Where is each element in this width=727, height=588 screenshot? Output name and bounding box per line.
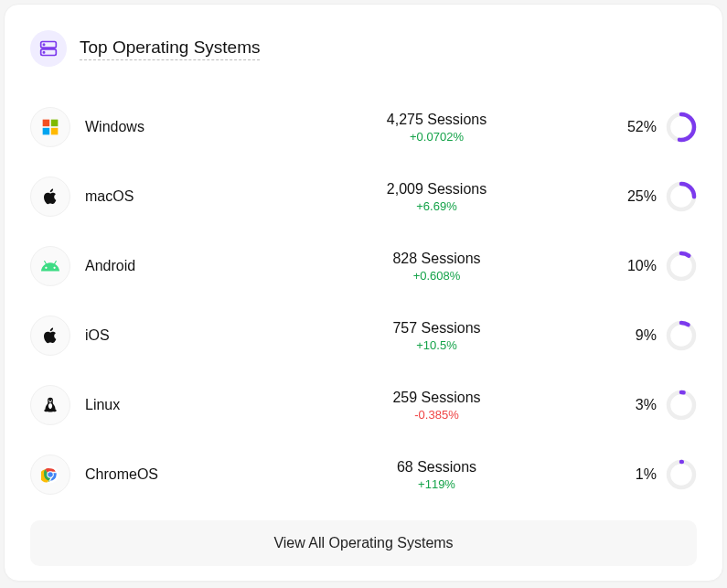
svg-rect-6 (43, 128, 50, 135)
donut-chart-icon (666, 390, 697, 421)
sessions-col: 4,275 Sessions+0.0702% (268, 112, 605, 144)
percent-value: 9% (620, 327, 657, 344)
os-row: Windows4,275 Sessions+0.0702%52% (30, 92, 697, 162)
os-name: Windows (85, 119, 268, 135)
android-icon (30, 246, 70, 286)
svg-rect-7 (51, 128, 59, 135)
linux-icon (30, 385, 70, 425)
svg-point-14 (668, 323, 694, 348)
os-row: Android828 Sessions+0.608%10% (30, 231, 697, 301)
server-icon (30, 30, 67, 67)
percent-value: 3% (620, 397, 657, 413)
os-list: Windows4,275 Sessions+0.0702%52%macOS2,0… (30, 92, 697, 509)
sessions-col: 2,009 Sessions+6.69% (268, 181, 605, 213)
donut-chart-icon (666, 181, 697, 212)
svg-point-20 (48, 472, 53, 477)
svg-rect-5 (51, 120, 59, 127)
donut-chart-icon (666, 459, 697, 490)
donut-chart-icon (666, 320, 697, 351)
sessions-col: 757 Sessions+10.5% (268, 320, 605, 352)
chrome-icon (30, 454, 70, 495)
sessions-value: 68 Sessions (268, 459, 605, 476)
os-row: iOS757 Sessions+10.5%9% (30, 301, 697, 370)
delta-value: +6.69% (268, 199, 605, 213)
svg-point-2 (43, 44, 44, 45)
os-row: ChromeOS68 Sessions+119%1% (30, 440, 697, 509)
percent-value: 25% (620, 188, 657, 205)
percent-value: 10% (620, 258, 657, 274)
percent-col: 1% (620, 459, 697, 490)
view-all-button[interactable]: View All Operating Systems (30, 520, 697, 566)
percent-col: 52% (620, 112, 697, 143)
os-name: ChromeOS (85, 466, 268, 483)
svg-point-16 (668, 392, 694, 418)
delta-value: +0.0702% (268, 130, 605, 144)
sessions-value: 259 Sessions (268, 390, 605, 406)
os-name: macOS (85, 188, 268, 205)
svg-rect-4 (43, 120, 50, 127)
apple-icon (30, 176, 70, 217)
percent-value: 52% (620, 119, 657, 135)
delta-value: +0.608% (268, 269, 605, 283)
donut-chart-icon (666, 112, 697, 143)
percent-col: 9% (620, 320, 697, 351)
delta-value: +119% (268, 477, 605, 491)
percent-col: 25% (620, 181, 697, 212)
sessions-col: 828 Sessions+0.608% (268, 251, 605, 283)
donut-chart-icon (666, 251, 697, 282)
sessions-value: 2,009 Sessions (268, 181, 605, 198)
card-header: Top Operating Systems (30, 30, 697, 67)
svg-point-21 (668, 462, 694, 487)
os-name: Android (85, 258, 268, 274)
sessions-col: 259 Sessions-0.385% (268, 390, 605, 422)
os-row: macOS2,009 Sessions+6.69%25% (30, 162, 697, 231)
apple-icon (30, 315, 70, 356)
percent-col: 10% (620, 251, 697, 282)
sessions-value: 757 Sessions (268, 320, 605, 337)
os-name: Linux (85, 397, 268, 413)
percent-col: 3% (620, 390, 697, 421)
windows-icon (30, 107, 70, 147)
delta-value: -0.385% (268, 408, 605, 422)
delta-value: +10.5% (268, 338, 605, 352)
os-name: iOS (85, 327, 268, 344)
card-title: Top Operating Systems (80, 37, 260, 60)
sessions-col: 68 Sessions+119% (268, 459, 605, 491)
sessions-value: 4,275 Sessions (268, 112, 605, 128)
os-row: Linux259 Sessions-0.385%3% (30, 370, 697, 440)
sessions-value: 828 Sessions (268, 251, 605, 267)
svg-point-3 (43, 52, 44, 53)
percent-value: 1% (620, 466, 657, 483)
top-os-card: Top Operating Systems Windows4,275 Sessi… (4, 4, 723, 582)
